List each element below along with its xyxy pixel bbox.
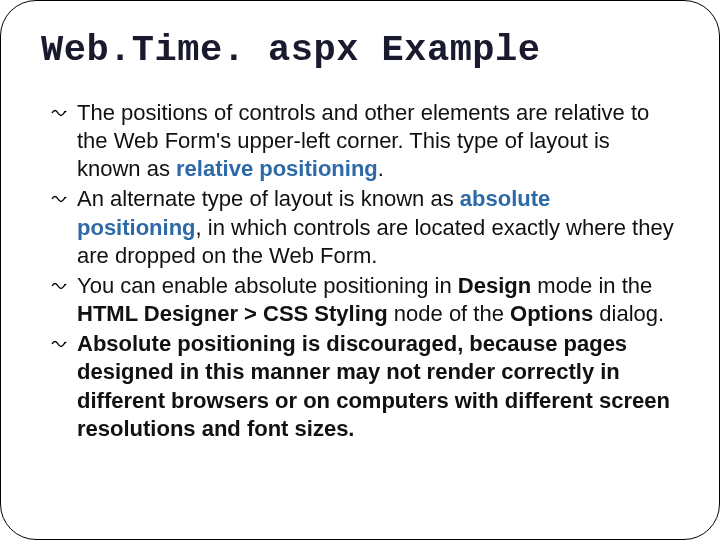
text-run: mode in the (531, 273, 652, 298)
text-bold: HTML Designer > CSS Styling (77, 301, 388, 326)
text-run: You can enable absolute positioning in (77, 273, 458, 298)
text-bold: Options (510, 301, 593, 326)
text-run: . (378, 156, 384, 181)
list-item: Absolute positioning is discouraged, bec… (51, 330, 679, 443)
bullet-list: The positions of controls and other elem… (41, 99, 679, 443)
text-run: node of the (388, 301, 510, 326)
text-bold: Design (458, 273, 531, 298)
term-relative-positioning: relative positioning (176, 156, 378, 181)
list-item: You can enable absolute positioning in D… (51, 272, 679, 328)
text-run: An alternate type of layout is known as (77, 186, 460, 211)
slide-title: Web.Time. aspx Example (41, 29, 679, 71)
list-item: The positions of controls and other elem… (51, 99, 679, 183)
text-bold: Absolute positioning is discouraged, bec… (77, 331, 670, 440)
slide-frame: Web.Time. aspx Example The positions of … (0, 0, 720, 540)
text-run: dialog. (593, 301, 664, 326)
list-item: An alternate type of layout is known as … (51, 185, 679, 269)
